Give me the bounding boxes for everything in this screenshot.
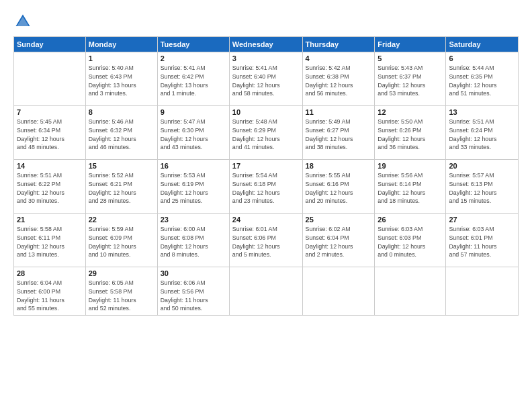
week-row-2: 7Sunrise: 5:45 AMSunset: 6:34 PMDaylight… [14,106,519,160]
day-cell: 13Sunrise: 5:51 AMSunset: 6:24 PMDayligh… [446,106,519,160]
day-info: Sunrise: 5:51 AMSunset: 6:22 PMDaylight:… [17,171,83,205]
day-cell: 27Sunrise: 6:03 AMSunset: 6:01 PMDayligh… [446,214,519,267]
weekday-header-monday: Monday [85,37,157,52]
day-cell [446,267,519,316]
day-cell: 15Sunrise: 5:52 AMSunset: 6:21 PMDayligh… [85,160,157,214]
day-cell: 22Sunrise: 5:59 AMSunset: 6:09 PMDayligh… [85,214,157,267]
logo [13,12,35,31]
day-cell: 28Sunrise: 6:04 AMSunset: 6:00 PMDayligh… [14,267,86,316]
day-number: 1 [89,54,154,62]
day-info: Sunrise: 5:53 AMSunset: 6:19 PMDaylight:… [161,171,226,205]
week-row-1: 1Sunrise: 5:40 AMSunset: 6:43 PMDaylight… [14,52,519,106]
day-number: 20 [449,162,515,170]
day-info: Sunrise: 5:44 AMSunset: 6:35 PMDaylight:… [449,64,515,98]
day-info: Sunrise: 5:49 AMSunset: 6:27 PMDaylight:… [306,118,372,152]
day-info: Sunrise: 5:48 AMSunset: 6:29 PMDaylight:… [232,118,300,152]
weekday-header-saturday: Saturday [446,37,519,52]
day-number: 9 [161,108,226,116]
logo-icon [13,12,32,31]
day-cell: 26Sunrise: 6:03 AMSunset: 6:03 PMDayligh… [375,214,446,267]
day-number: 21 [17,216,83,224]
day-cell: 12Sunrise: 5:50 AMSunset: 6:26 PMDayligh… [375,106,446,160]
day-info: Sunrise: 5:41 AMSunset: 6:40 PMDaylight:… [232,64,300,98]
weekday-header-row: SundayMondayTuesdayWednesdayThursdayFrid… [14,37,519,52]
day-number: 6 [449,54,515,62]
day-number: 22 [89,216,154,224]
day-cell [375,267,446,316]
day-cell [302,267,375,316]
day-info: Sunrise: 6:01 AMSunset: 6:06 PMDaylight:… [232,225,300,259]
day-cell [229,267,302,316]
week-row-4: 21Sunrise: 5:58 AMSunset: 6:11 PMDayligh… [14,214,519,267]
day-info: Sunrise: 6:03 AMSunset: 6:01 PMDaylight:… [449,225,515,259]
day-info: Sunrise: 6:00 AMSunset: 6:08 PMDaylight:… [161,225,226,259]
day-cell: 16Sunrise: 5:53 AMSunset: 6:19 PMDayligh… [157,160,229,214]
day-number: 10 [232,108,300,116]
day-info: Sunrise: 5:51 AMSunset: 6:24 PMDaylight:… [449,118,515,152]
day-cell: 3Sunrise: 5:41 AMSunset: 6:40 PMDaylight… [229,52,302,106]
day-info: Sunrise: 5:55 AMSunset: 6:16 PMDaylight:… [306,171,372,205]
week-row-5: 28Sunrise: 6:04 AMSunset: 6:00 PMDayligh… [14,267,519,316]
day-cell: 24Sunrise: 6:01 AMSunset: 6:06 PMDayligh… [229,214,302,267]
day-info: Sunrise: 5:50 AMSunset: 6:26 PMDaylight:… [378,118,443,152]
day-cell: 21Sunrise: 5:58 AMSunset: 6:11 PMDayligh… [14,214,86,267]
day-number: 27 [449,216,515,224]
day-cell: 11Sunrise: 5:49 AMSunset: 6:27 PMDayligh… [302,106,375,160]
day-info: Sunrise: 6:02 AMSunset: 6:04 PMDaylight:… [306,225,372,259]
day-cell [14,52,86,106]
day-number: 11 [306,108,372,116]
day-number: 23 [161,216,226,224]
day-info: Sunrise: 5:43 AMSunset: 6:37 PMDaylight:… [378,64,443,98]
day-info: Sunrise: 5:46 AMSunset: 6:32 PMDaylight:… [89,118,154,152]
week-row-3: 14Sunrise: 5:51 AMSunset: 6:22 PMDayligh… [14,160,519,214]
day-cell: 29Sunrise: 6:05 AMSunset: 5:58 PMDayligh… [85,267,157,316]
day-number: 5 [378,54,443,62]
weekday-header-wednesday: Wednesday [229,37,302,52]
day-number: 7 [17,108,83,116]
day-cell: 17Sunrise: 5:54 AMSunset: 6:18 PMDayligh… [229,160,302,214]
day-cell: 20Sunrise: 5:57 AMSunset: 6:13 PMDayligh… [446,160,519,214]
day-number: 19 [378,162,443,170]
calendar-table: SundayMondayTuesdayWednesdayThursdayFrid… [13,36,519,316]
day-cell: 14Sunrise: 5:51 AMSunset: 6:22 PMDayligh… [14,160,86,214]
day-number: 29 [89,269,154,277]
day-info: Sunrise: 5:57 AMSunset: 6:13 PMDaylight:… [449,171,515,205]
day-cell: 10Sunrise: 5:48 AMSunset: 6:29 PMDayligh… [229,106,302,160]
day-info: Sunrise: 5:45 AMSunset: 6:34 PMDaylight:… [17,118,83,152]
day-info: Sunrise: 5:40 AMSunset: 6:43 PMDaylight:… [89,64,154,98]
day-cell: 1Sunrise: 5:40 AMSunset: 6:43 PMDaylight… [85,52,157,106]
day-number: 8 [89,108,154,116]
day-number: 14 [17,162,83,170]
day-number: 17 [232,162,300,170]
day-info: Sunrise: 6:04 AMSunset: 6:00 PMDaylight:… [17,279,83,313]
day-cell: 8Sunrise: 5:46 AMSunset: 6:32 PMDaylight… [85,106,157,160]
day-number: 4 [306,54,372,62]
day-number: 16 [161,162,226,170]
day-cell: 7Sunrise: 5:45 AMSunset: 6:34 PMDaylight… [14,106,86,160]
day-cell: 5Sunrise: 5:43 AMSunset: 6:37 PMDaylight… [375,52,446,106]
day-info: Sunrise: 6:03 AMSunset: 6:03 PMDaylight:… [378,225,443,259]
day-number: 12 [378,108,443,116]
day-cell: 9Sunrise: 5:47 AMSunset: 6:30 PMDaylight… [157,106,229,160]
day-number: 15 [89,162,154,170]
day-cell: 2Sunrise: 5:41 AMSunset: 6:42 PMDaylight… [157,52,229,106]
day-info: Sunrise: 5:42 AMSunset: 6:38 PMDaylight:… [306,64,372,98]
day-number: 28 [17,269,83,277]
day-number: 18 [306,162,372,170]
weekday-header-sunday: Sunday [14,37,86,52]
day-info: Sunrise: 5:58 AMSunset: 6:11 PMDaylight:… [17,225,83,259]
day-cell: 23Sunrise: 6:00 AMSunset: 6:08 PMDayligh… [157,214,229,267]
day-info: Sunrise: 6:06 AMSunset: 5:56 PMDaylight:… [161,279,226,313]
weekday-header-thursday: Thursday [302,37,375,52]
day-cell: 25Sunrise: 6:02 AMSunset: 6:04 PMDayligh… [302,214,375,267]
day-number: 13 [449,108,515,116]
day-number: 2 [161,54,226,62]
day-cell: 6Sunrise: 5:44 AMSunset: 6:35 PMDaylight… [446,52,519,106]
day-number: 24 [232,216,300,224]
weekday-header-friday: Friday [375,37,446,52]
day-cell: 30Sunrise: 6:06 AMSunset: 5:56 PMDayligh… [157,267,229,316]
day-info: Sunrise: 5:56 AMSunset: 6:14 PMDaylight:… [378,171,443,205]
day-info: Sunrise: 6:05 AMSunset: 5:58 PMDaylight:… [89,279,154,313]
day-number: 30 [161,269,226,277]
day-info: Sunrise: 5:41 AMSunset: 6:42 PMDaylight:… [161,64,226,98]
